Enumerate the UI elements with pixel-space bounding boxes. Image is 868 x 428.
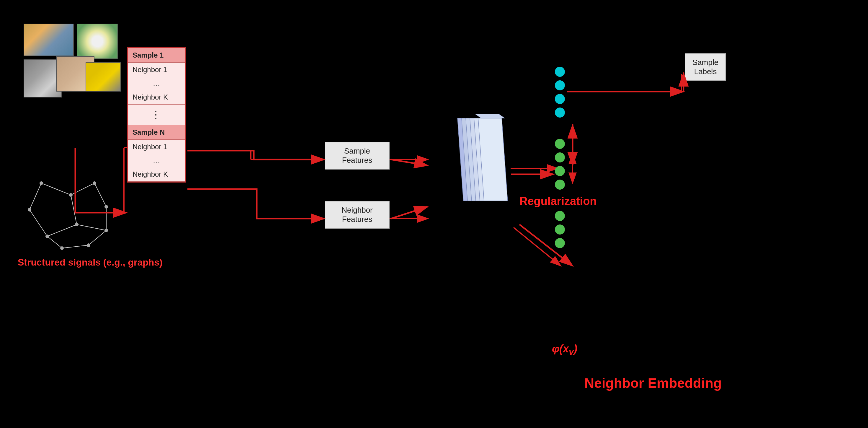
svg-line-30 [47, 236, 62, 248]
svg-line-31 [62, 245, 89, 248]
svg-point-33 [39, 181, 43, 185]
svg-line-58 [391, 160, 427, 165]
neighbor-features-box: NeighborFeatures [324, 201, 390, 229]
svg-point-35 [93, 181, 96, 185]
svg-line-21 [41, 183, 71, 195]
table-row-samplen: Sample N [128, 125, 185, 140]
dots-column [555, 65, 565, 250]
bridge-image [24, 24, 74, 56]
svg-line-59 [391, 207, 427, 219]
dot-cyan-2 [555, 80, 565, 90]
graph-container [18, 165, 124, 254]
dot-green-3 [555, 166, 565, 176]
sample-table: Sample 1 Neighbor 1 ... Neighbor K ⋮ Sam… [127, 47, 186, 182]
structured-signals-label: Structured signals (e.g., graphs) [18, 257, 163, 268]
dot-green-6 [555, 225, 565, 234]
sample-features-box: SampleFeatures [324, 142, 390, 170]
table-row-neighbor1-b: Neighbor 1 [128, 140, 185, 154]
dot-cyan-3 [555, 94, 565, 104]
svg-point-40 [104, 205, 108, 208]
nn-layers [428, 112, 510, 225]
svg-line-17 [514, 227, 561, 266]
svg-line-28 [94, 183, 106, 207]
dot-cyan-1 [555, 67, 565, 77]
svg-line-26 [30, 183, 41, 210]
sample-labels-box: SampleLabels [685, 53, 726, 81]
table-row-sample1: Sample 1 [128, 48, 185, 63]
dot-green-1 [555, 139, 565, 149]
images-collage [24, 24, 121, 101]
table-row-neighbork-a: Neighbor K [128, 90, 185, 105]
car-image [86, 62, 121, 91]
dot-cyan-4 [555, 108, 565, 118]
svg-point-34 [69, 193, 72, 197]
dot-green-7 [555, 238, 565, 248]
svg-point-42 [87, 244, 90, 247]
svg-line-32 [89, 230, 106, 245]
dot-green-2 [555, 152, 565, 163]
svg-line-22 [71, 183, 94, 195]
dot-green-5 [555, 211, 565, 221]
table-ellipsis-a: ... [128, 77, 185, 90]
svg-line-25 [77, 225, 106, 230]
svg-line-27 [30, 210, 47, 236]
svg-line-23 [71, 195, 77, 225]
svg-point-36 [75, 223, 79, 226]
svg-point-41 [60, 246, 64, 250]
svg-point-37 [45, 234, 49, 238]
flower-image [77, 24, 118, 59]
phi-label: φ(xv) [552, 343, 577, 357]
svg-marker-49 [475, 114, 505, 118]
neighbor-embedding-label: Neighbor Embedding [584, 375, 722, 391]
table-ellipsis-b: ... [128, 154, 185, 167]
dot-green-4 [555, 179, 565, 190]
table-row-neighbor1-a: Neighbor 1 [128, 63, 185, 77]
table-row-neighbork-b: Neighbor K [128, 167, 185, 182]
svg-point-39 [28, 208, 31, 211]
table-dots: ⋮ [128, 105, 185, 125]
regularization-label: Regularization [520, 195, 597, 208]
svg-line-24 [47, 225, 77, 236]
svg-point-38 [104, 229, 108, 232]
